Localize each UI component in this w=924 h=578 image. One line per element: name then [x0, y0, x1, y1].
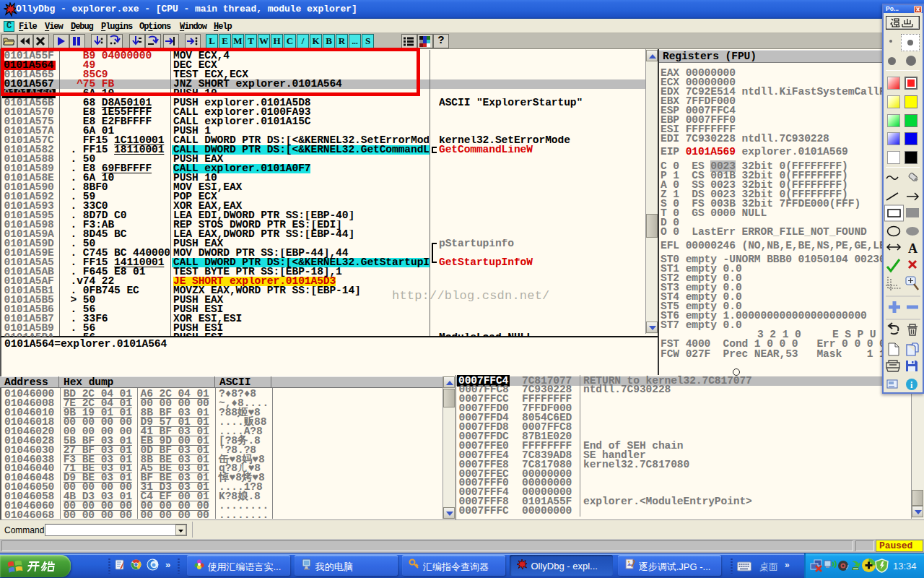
svg-text:A: A	[908, 241, 918, 256]
